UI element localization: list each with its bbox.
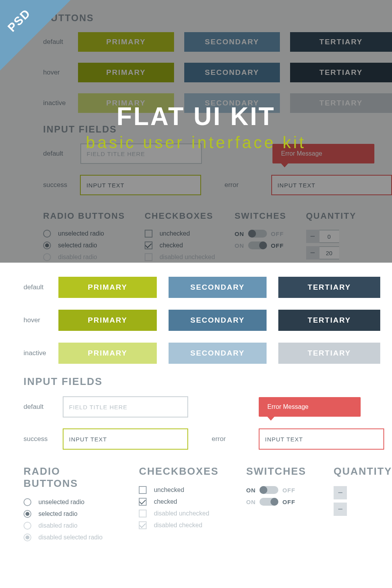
ribbon-text: PSD	[5, 6, 33, 34]
radio-icon	[24, 510, 31, 518]
hero-preview: BUTTONS default PRIMARY SECONDARY TERTIA…	[0, 0, 392, 263]
switch-off-label: OFF	[282, 487, 295, 494]
minus-button[interactable]: −	[334, 486, 347, 499]
switch-on[interactable]: ONOFF	[246, 486, 306, 494]
quantity-stepper[interactable]: −	[334, 503, 392, 516]
hero-title: FLAT UI KIT	[0, 102, 392, 131]
detail-view: default PRIMARY SECONDARY TERTIARY hover…	[0, 263, 392, 561]
checkbox-icon	[139, 486, 147, 494]
checkbox-label: checked	[154, 498, 177, 505]
switch-off[interactable]: ONOFF	[246, 498, 306, 506]
radio-label: disabled selected radio	[38, 534, 103, 541]
radio-icon	[24, 534, 31, 541]
switch-on-label: ON	[246, 487, 256, 494]
text-input-default[interactable]: FIELD TITLE HERE	[63, 396, 188, 417]
switch-knob-icon	[270, 498, 278, 506]
quantity-stepper[interactable]: −	[334, 486, 392, 499]
checkbox-icon	[139, 498, 147, 506]
secondary-button[interactable]: SECONDARY	[169, 277, 267, 298]
checkbox-checked[interactable]: checked	[139, 498, 218, 506]
checkbox-heading: CHECKBOXES	[139, 465, 218, 477]
radio-unselected[interactable]: unselected radio	[24, 498, 111, 506]
switch-off-label: OFF	[282, 499, 295, 505]
secondary-button-hover[interactable]: SECONDARY	[169, 310, 267, 331]
switch-knob-icon	[260, 486, 267, 494]
checkbox-label: disabled checked	[154, 522, 202, 529]
radio-disabled-selected: disabled selected radio	[24, 534, 111, 541]
radio-disabled: disabled radio	[24, 522, 111, 530]
switches-heading: SWITCHES	[246, 465, 306, 477]
primary-button[interactable]: PRIMARY	[58, 277, 156, 298]
primary-button-inactive: PRIMARY	[58, 343, 156, 364]
radio-heading: RADIO BUTTONS	[24, 465, 111, 490]
radio-label: selected radio	[38, 510, 78, 517]
text-input-success[interactable]: INPUT TEXT	[63, 428, 188, 450]
text-input-error[interactable]: INPUT TEXT	[259, 428, 384, 450]
radio-label: unselected radio	[38, 499, 84, 506]
error-tooltip: Error Message	[259, 397, 361, 417]
checkbox-label: unchecked	[154, 486, 184, 494]
switch-track	[260, 486, 278, 494]
radio-selected[interactable]: selected radio	[24, 510, 111, 518]
state-label-default: default	[24, 403, 63, 411]
psd-ribbon: PSD	[0, 0, 71, 71]
input-fields-heading: INPUT FIELDS	[24, 376, 392, 388]
checkbox-icon	[139, 521, 147, 529]
state-label-inactive: inactive	[24, 349, 58, 357]
radio-icon	[24, 498, 31, 506]
minus-button[interactable]: −	[334, 503, 347, 516]
quantity-heading: QUANTITY	[334, 465, 392, 477]
switch-on-label: ON	[246, 499, 256, 505]
tertiary-button-hover[interactable]: TERTIARY	[278, 310, 380, 331]
state-label-default: default	[24, 283, 58, 291]
tertiary-button[interactable]: TERTIARY	[278, 277, 380, 298]
hero-title-block: FLAT UI KIT basic user interface kit	[0, 102, 392, 152]
state-label-error: error	[212, 435, 251, 443]
checkbox-icon	[139, 510, 147, 517]
secondary-button-inactive: SECONDARY	[169, 343, 267, 364]
state-label-success: success	[24, 435, 63, 443]
state-label-hover: hover	[24, 316, 58, 324]
radio-label: disabled radio	[38, 522, 78, 529]
hero-subtitle: basic user interface kit	[0, 133, 392, 152]
checkbox-disabled-unchecked: disabled unchecked	[139, 510, 218, 517]
radio-icon	[24, 522, 31, 530]
checkbox-disabled-checked: disabled checked	[139, 521, 218, 529]
checkbox-unchecked[interactable]: unchecked	[139, 486, 218, 494]
tertiary-button-inactive: TERTIARY	[278, 343, 380, 364]
primary-button-hover[interactable]: PRIMARY	[58, 310, 156, 331]
checkbox-label: disabled unchecked	[154, 510, 209, 517]
switch-track	[260, 498, 278, 506]
